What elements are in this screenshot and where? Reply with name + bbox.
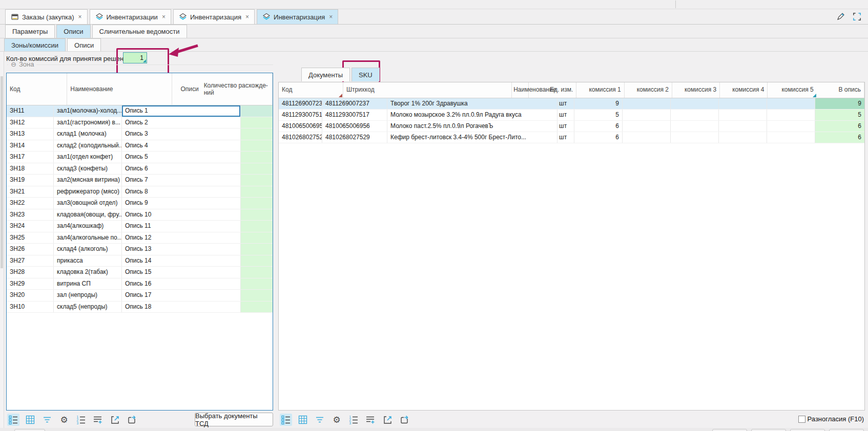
zone-name-cell[interactable]: витрина СП: [54, 278, 122, 290]
sku-total-cell[interactable]: 6: [815, 132, 864, 143]
zone-discrepancy-cell[interactable]: [241, 255, 273, 267]
sku-commission5-cell[interactable]: [767, 110, 815, 120]
zone-discrepancy-cell[interactable]: [241, 105, 273, 117]
sub-tab[interactable]: Зоны/комиссии: [4, 38, 66, 51]
select-tsd-documents-button[interactable]: Выбрать документы ТСД: [195, 413, 273, 426]
discrepancies-checkbox[interactable]: [798, 416, 805, 423]
sku-commission2-cell[interactable]: [623, 110, 671, 120]
grid-view-icon[interactable]: [24, 414, 36, 426]
zone-code-cell[interactable]: ЗН26: [7, 244, 54, 255]
sku-barcode-cell[interactable]: 4811293007517: [322, 110, 387, 120]
filter-icon[interactable]: [41, 414, 53, 426]
sku-barcode-cell[interactable]: 4810268027529: [322, 132, 387, 143]
zone-table-row[interactable]: ЗН23 кладовая(овощи, фру... Опись 10: [7, 209, 273, 221]
zone-opis-cell[interactable]: Опись 8: [122, 186, 241, 198]
zone-name-cell[interactable]: зал2(мясная витрина): [54, 175, 122, 186]
sku-column-header[interactable]: В опись: [817, 82, 864, 98]
zone-opis-cell[interactable]: Опись 3: [122, 128, 241, 140]
sku-commission4-cell[interactable]: [719, 132, 767, 143]
sku-commission1-cell[interactable]: 6: [574, 132, 623, 143]
sku-unit-cell[interactable]: шт: [557, 132, 574, 143]
zone-name-cell[interactable]: склад2 (холодильный...: [54, 140, 122, 152]
detail-tab[interactable]: Документы: [301, 68, 350, 81]
zone-name-cell[interactable]: зал1(молочка)-холод...: [54, 105, 122, 117]
document-tab[interactable]: Инвентаризация ×: [173, 9, 255, 24]
zone-table-row[interactable]: ЗН26 склад4 (алкоголь) Опись 13: [7, 244, 273, 255]
zone-name-cell[interactable]: зал (непроды): [54, 290, 122, 301]
zone-opis-cell[interactable]: Опись 14: [122, 255, 241, 267]
sku-column-header[interactable]: комиссия 1: [576, 82, 624, 98]
zone-code-cell[interactable]: ЗН24: [7, 221, 54, 232]
grid-view-icon[interactable]: [297, 414, 309, 426]
sku-commission2-cell[interactable]: [623, 132, 671, 143]
sku-column-header[interactable]: Код: [279, 82, 343, 98]
zone-code-cell[interactable]: ЗН13: [7, 128, 54, 140]
zone-code-cell[interactable]: ЗН18: [7, 163, 54, 175]
zone-opis-cell[interactable]: Опись 9: [122, 198, 241, 209]
sku-code-cell[interactable]: 4810268027529: [279, 132, 322, 143]
sku-commission1-cell[interactable]: 9: [574, 98, 623, 109]
zone-table-row[interactable]: ЗН25 зал4(алкогольные по... Опись 12: [7, 232, 273, 244]
sku-commission3-cell[interactable]: [671, 121, 719, 132]
tab-close-icon[interactable]: ×: [78, 13, 81, 20]
tab-close-icon[interactable]: ×: [162, 13, 166, 20]
sku-column-header[interactable]: Наименование: [512, 82, 529, 98]
zone-discrepancy-cell[interactable]: [241, 175, 273, 186]
zone-column-header[interactable]: Количество расхожде-ний: [201, 73, 273, 105]
zone-code-cell[interactable]: ЗН12: [7, 117, 54, 128]
zone-opis-cell[interactable]: Опись 7: [122, 175, 241, 186]
zone-code-cell[interactable]: ЗН20: [7, 290, 54, 301]
sku-commission3-cell[interactable]: [671, 110, 719, 120]
zone-table-row[interactable]: ЗН19 зал2(мясная витрина) Опись 7: [7, 175, 273, 186]
zone-name-cell[interactable]: зал1(отдел конфет): [54, 152, 122, 163]
zone-name-cell[interactable]: склад1 (молочка): [54, 128, 122, 140]
tab-close-icon[interactable]: ×: [329, 13, 333, 20]
zone-table-row[interactable]: ЗН11 зал1(молочка)-холод... Опись 1: [7, 105, 273, 117]
section-tab[interactable]: Параметры: [5, 25, 55, 38]
section-tab[interactable]: Сличительные ведомости: [92, 25, 187, 38]
zone-name-cell[interactable]: кладовка 2(табак): [54, 267, 122, 278]
zone-discrepancy-cell[interactable]: [241, 278, 273, 290]
sku-name-cell[interactable]: Творог 1% 200г Здравушка: [387, 98, 557, 109]
sku-table-row[interactable]: 4810268027529 4810268027529 Кефир брест-…: [279, 132, 864, 143]
zone-code-cell[interactable]: ЗН28: [7, 267, 54, 278]
zone-code-cell[interactable]: ЗН14: [7, 140, 54, 152]
sku-commission1-cell[interactable]: 6: [574, 121, 623, 132]
left-scrollbar-thumb[interactable]: [1, 76, 3, 268]
sku-barcode-cell[interactable]: 4810065006956: [322, 121, 387, 132]
refresh-icon[interactable]: [126, 414, 138, 426]
sku-commission5-cell[interactable]: [767, 121, 815, 132]
sku-commission3-cell[interactable]: [671, 98, 719, 109]
sku-commission3-cell[interactable]: [671, 132, 719, 143]
sku-column-header[interactable]: Штрихкод: [343, 82, 512, 98]
document-tab[interactable]: Инвентаризация ×: [257, 9, 338, 24]
card-view-icon[interactable]: [280, 414, 292, 426]
zone-table-row[interactable]: ЗН28 кладовка 2(табак) Опись 15: [7, 267, 273, 278]
zone-opis-cell[interactable]: Опись 1: [122, 105, 241, 117]
zone-code-cell[interactable]: ЗН25: [7, 232, 54, 244]
document-tab[interactable]: Заказы (закупка) ×: [5, 9, 88, 24]
left-scrollbar[interactable]: [0, 52, 4, 428]
zone-opis-cell[interactable]: Опись 13: [122, 244, 241, 255]
sku-name-cell[interactable]: Кефир брест-литовск 3.4-4% 500г Брест-Ли…: [387, 132, 557, 143]
sku-commission4-cell[interactable]: [719, 121, 767, 132]
zone-opis-cell[interactable]: Опись 4: [122, 140, 241, 152]
refresh-icon[interactable]: [398, 414, 410, 426]
zone-discrepancy-cell[interactable]: [241, 209, 273, 221]
zone-opis-cell[interactable]: Опись 5: [122, 152, 241, 163]
zone-name-cell[interactable]: склад4 (алкоголь): [54, 244, 122, 255]
zone-opis-cell[interactable]: Опись 10: [122, 209, 241, 221]
zone-discrepancy-cell[interactable]: [241, 128, 273, 140]
zone-opis-cell[interactable]: Опись 2: [122, 117, 241, 128]
zone-code-cell[interactable]: ЗН19: [7, 175, 54, 186]
sku-code-cell[interactable]: 4811269007237: [279, 98, 322, 109]
zone-discrepancy-cell[interactable]: [241, 140, 273, 152]
zone-name-cell[interactable]: склад5 (непроды): [54, 301, 122, 313]
sku-commission4-cell[interactable]: [719, 110, 767, 120]
zone-table-row[interactable]: ЗН18 склад3 (конфеты) Опись 6: [7, 163, 273, 175]
zone-table-row[interactable]: ЗН22 зал3(овощной отдел) Опись 9: [7, 198, 273, 209]
export-icon[interactable]: [109, 414, 121, 426]
zone-opis-cell[interactable]: Опись 15: [122, 267, 241, 278]
zone-discrepancy-cell[interactable]: [241, 232, 273, 244]
sku-code-cell[interactable]: 4810065006956: [279, 121, 322, 132]
